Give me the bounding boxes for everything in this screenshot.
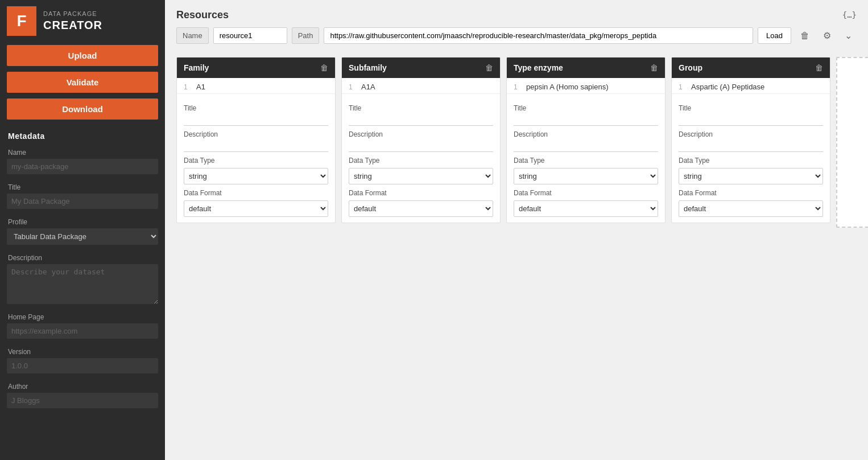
path-field-label: Path bbox=[292, 27, 320, 44]
resource-name-input[interactable] bbox=[213, 27, 287, 44]
field-name-label: Type enzyme bbox=[514, 63, 563, 72]
desc-form-label: Description bbox=[349, 130, 493, 138]
field-card-header: Family 🗑 bbox=[177, 57, 335, 78]
field-card-type-enzyme: Type enzyme 🗑 1 pepsin A (Homo sapiens) … bbox=[506, 57, 666, 223]
author-label: Author bbox=[0, 377, 165, 392]
upload-button[interactable]: Upload bbox=[7, 45, 158, 66]
row-value: A1 bbox=[196, 83, 205, 91]
version-input[interactable] bbox=[7, 358, 158, 373]
row-value: A1A bbox=[361, 83, 375, 91]
field-card-body: Title Description Data Type stringnumber… bbox=[507, 94, 665, 223]
author-input[interactable] bbox=[7, 393, 158, 408]
field-card-group: Group 🗑 1 Aspartic (A) Peptidase Title D… bbox=[671, 57, 830, 223]
desc-form-input[interactable] bbox=[184, 139, 328, 152]
expand-button[interactable]: ⌄ bbox=[840, 27, 857, 44]
field-card-subfamily: Subfamily 🗑 1 A1A Title Description Data… bbox=[341, 57, 501, 223]
dataformat-select[interactable]: default bbox=[514, 200, 658, 217]
field-card-family: Family 🗑 1 A1 Title Description Data Typ… bbox=[176, 57, 336, 223]
row-number: 1 bbox=[514, 83, 522, 91]
title-form-label: Title bbox=[679, 104, 823, 112]
datatype-select[interactable]: stringnumberintegerbooleanobjectarraydat… bbox=[679, 168, 823, 184]
name-input[interactable] bbox=[7, 159, 158, 174]
name-field-label: Name bbox=[176, 27, 209, 44]
title-form-input[interactable] bbox=[184, 113, 328, 126]
profile-select[interactable]: Tabular Data Package bbox=[7, 228, 158, 245]
app-title-block: DATA PACKAGE CREATOR bbox=[43, 10, 102, 32]
datatype-form-label: Data Type bbox=[184, 157, 328, 165]
desc-form-input[interactable] bbox=[679, 139, 823, 152]
dataformat-select[interactable]: default bbox=[349, 200, 493, 217]
metadata-section-label: Metadata bbox=[0, 122, 165, 143]
name-label: Name bbox=[0, 143, 165, 158]
desc-form-input[interactable] bbox=[349, 139, 493, 152]
load-button[interactable]: Load bbox=[758, 27, 791, 44]
title-form-input[interactable] bbox=[679, 113, 823, 126]
main-content: Resources {…} Name Path Load 🗑 ⚙ ⌄ Famil… bbox=[165, 0, 868, 460]
homepage-input[interactable] bbox=[7, 323, 158, 339]
field-sample-row: 1 A1 bbox=[177, 78, 335, 94]
validate-button[interactable]: Validate bbox=[7, 72, 158, 93]
settings-button[interactable]: ⚙ bbox=[819, 27, 836, 44]
datatype-form-label: Data Type bbox=[514, 157, 658, 165]
profile-label: Profile bbox=[0, 212, 165, 227]
field-card-header: Type enzyme 🗑 bbox=[507, 57, 665, 78]
field-card-header: Subfamily 🗑 bbox=[342, 57, 500, 78]
row-value: Aspartic (A) Peptidase bbox=[691, 83, 764, 91]
field-card-header: Group 🗑 bbox=[672, 57, 830, 78]
field-card-body: Title Description Data Type stringnumber… bbox=[177, 94, 335, 223]
path-input[interactable] bbox=[324, 27, 753, 44]
field-name-label: Group bbox=[679, 63, 702, 72]
datatype-form-label: Data Type bbox=[349, 157, 493, 165]
sidebar: F DATA PACKAGE CREATOR Upload Validate D… bbox=[0, 0, 165, 460]
field-name-label: Subfamily bbox=[349, 63, 387, 72]
delete-field-icon[interactable]: 🗑 bbox=[485, 63, 493, 72]
delete-field-icon[interactable]: 🗑 bbox=[815, 63, 823, 72]
datatype-select[interactable]: stringnumberintegerbooleanobjectarraydat… bbox=[349, 168, 493, 184]
title-form-input[interactable] bbox=[514, 113, 658, 126]
field-sample-row: 1 pepsin A (Homo sapiens) bbox=[507, 78, 665, 94]
title-label: Title bbox=[0, 178, 165, 192]
delete-field-icon[interactable]: 🗑 bbox=[650, 63, 658, 72]
dataformat-select[interactable]: default bbox=[184, 200, 328, 217]
field-name-label: Family bbox=[184, 63, 209, 72]
delete-field-icon[interactable]: 🗑 bbox=[320, 63, 328, 72]
fields-row: Family 🗑 1 A1 Title Description Data Typ… bbox=[176, 57, 857, 228]
resource-bar: Name Path Load 🗑 ⚙ ⌄ bbox=[165, 27, 868, 51]
field-card-body: Title Description Data Type stringnumber… bbox=[672, 94, 830, 223]
dataformat-form-label: Data Format bbox=[679, 189, 823, 197]
title-form-label: Title bbox=[184, 104, 328, 112]
field-card-body: Title Description Data Type stringnumber… bbox=[342, 94, 500, 223]
version-label: Version bbox=[0, 342, 165, 357]
description-textarea[interactable] bbox=[7, 264, 158, 304]
field-sample-row: 1 A1A bbox=[342, 78, 500, 94]
fields-area: Family 🗑 1 A1 Title Description Data Typ… bbox=[165, 51, 868, 460]
app-title-top: DATA PACKAGE bbox=[43, 10, 102, 18]
sidebar-header: F DATA PACKAGE CREATOR bbox=[0, 0, 165, 42]
dataformat-form-label: Data Format bbox=[514, 189, 658, 197]
page-title: Resources {…} bbox=[165, 0, 868, 27]
description-label: Description bbox=[0, 248, 165, 263]
dataformat-select[interactable]: default bbox=[679, 200, 823, 217]
field-sample-row: 1 Aspartic (A) Peptidase bbox=[672, 78, 830, 94]
title-form-input[interactable] bbox=[349, 113, 493, 126]
desc-form-label: Description bbox=[514, 130, 658, 138]
app-title-bottom: CREATOR bbox=[43, 18, 102, 32]
datatype-select[interactable]: stringnumberintegerbooleanobjectarraydat… bbox=[514, 168, 658, 184]
row-value: pepsin A (Homo sapiens) bbox=[526, 83, 609, 91]
row-number: 1 bbox=[184, 83, 192, 91]
desc-form-input[interactable] bbox=[514, 139, 658, 152]
delete-resource-button[interactable]: 🗑 bbox=[796, 27, 814, 44]
desc-form-label: Description bbox=[679, 130, 823, 138]
homepage-label: Home Page bbox=[0, 307, 165, 322]
add-field-card[interactable]: + Add field bbox=[836, 57, 868, 228]
dataformat-form-label: Data Format bbox=[349, 189, 493, 197]
datatype-select[interactable]: stringnumberintegerbooleanobjectarraydat… bbox=[184, 168, 328, 184]
json-toggle-button[interactable]: {…} bbox=[842, 10, 857, 19]
title-input[interactable] bbox=[7, 194, 158, 209]
row-number: 1 bbox=[349, 83, 357, 91]
row-number: 1 bbox=[679, 83, 687, 91]
title-form-label: Title bbox=[349, 104, 493, 112]
download-button[interactable]: Download bbox=[7, 98, 158, 120]
dataformat-form-label: Data Format bbox=[184, 189, 328, 197]
title-form-label: Title bbox=[514, 104, 658, 112]
